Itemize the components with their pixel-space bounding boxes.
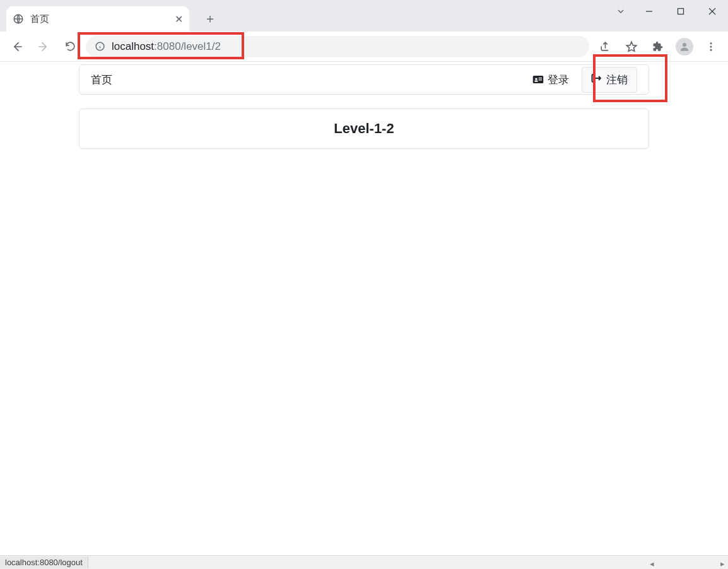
site-info-icon[interactable]	[95, 41, 105, 52]
profile-button[interactable]	[674, 36, 695, 57]
nav-home-link[interactable]: 首页	[91, 73, 112, 87]
address-bar[interactable]: localhost:8080/level1/2	[86, 36, 589, 57]
menu-button[interactable]	[700, 36, 722, 57]
scroll-thumb[interactable]	[657, 558, 717, 569]
tab-close-icon[interactable]: ✕	[175, 13, 183, 25]
page-viewport: 首页 登录 注销 Level-1-2	[0, 62, 728, 555]
new-tab-button[interactable]: ＋	[201, 9, 220, 28]
svg-rect-16	[539, 79, 542, 80]
browser-statusbar: localhost:8080/logout ◂ ▸	[0, 555, 728, 569]
status-url: localhost:8080/logout	[0, 556, 88, 568]
logout-label: 注销	[606, 73, 628, 87]
window-minimize-button[interactable]	[633, 0, 665, 22]
sign-out-icon	[591, 73, 602, 86]
svg-rect-14	[534, 81, 537, 82]
scroll-right-icon[interactable]: ▸	[717, 558, 728, 569]
horizontal-scrollbar[interactable]: ◂ ▸	[646, 558, 728, 569]
window-maximize-button[interactable]	[665, 0, 696, 22]
browser-titlebar: 首页 ✕ ＋	[0, 0, 728, 32]
scroll-left-icon[interactable]: ◂	[646, 558, 657, 569]
back-button[interactable]	[6, 36, 28, 57]
svg-point-9	[710, 42, 712, 44]
forward-button[interactable]	[33, 36, 54, 57]
bookmark-button[interactable]	[621, 36, 642, 57]
tab-search-button[interactable]	[608, 0, 633, 22]
svg-point-10	[710, 45, 712, 47]
site-navbar: 首页 登录 注销	[79, 64, 649, 95]
nav-login-link[interactable]: 登录	[526, 67, 575, 92]
svg-point-8	[683, 43, 686, 47]
tab-title: 首页	[30, 13, 171, 25]
share-button[interactable]	[594, 36, 616, 57]
content-heading: Level-1-2	[334, 120, 394, 137]
url-host: localhost	[112, 40, 154, 53]
url-path: :8080/level1/2	[154, 40, 221, 53]
window-close-button[interactable]	[696, 0, 728, 22]
id-card-icon	[532, 74, 544, 85]
svg-point-13	[535, 78, 537, 80]
browser-tab[interactable]: 首页 ✕	[6, 6, 189, 32]
svg-rect-2	[678, 8, 684, 14]
logout-button[interactable]: 注销	[582, 67, 637, 93]
window-controls	[608, 0, 728, 22]
reload-button[interactable]	[59, 36, 81, 57]
svg-point-11	[710, 49, 712, 50]
browser-toolbar: localhost:8080/level1/2	[0, 32, 728, 62]
nav-login-label: 登录	[548, 73, 569, 87]
svg-rect-15	[539, 78, 542, 78]
content-card: Level-1-2	[79, 109, 649, 149]
globe-icon	[13, 13, 24, 25]
extensions-button[interactable]	[647, 36, 669, 57]
